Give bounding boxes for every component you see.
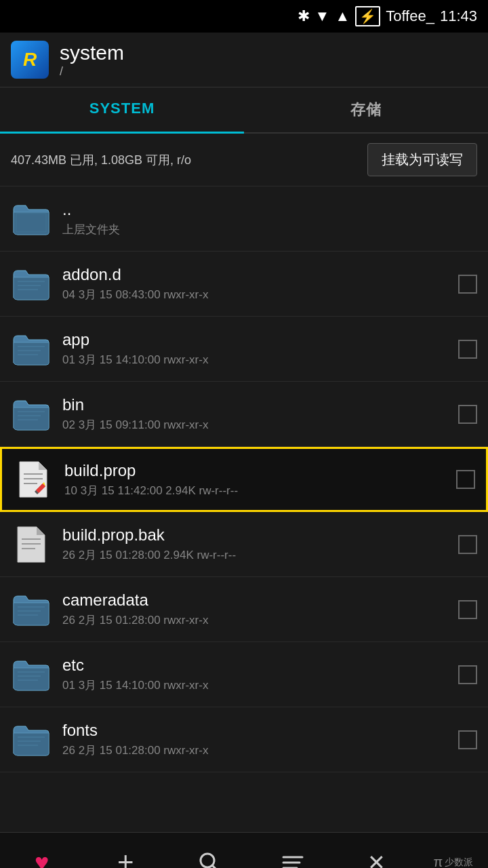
file-meta: 10 3月 15 11:42:00 2.94K rw-r--r-- (64, 483, 445, 498)
watermark: π 少数派 (433, 854, 473, 868)
list-item[interactable]: fonts 26 2月 15 01:28:00 rwxr-xr-x (0, 707, 488, 772)
file-checkbox[interactable] (458, 535, 477, 554)
file-checkbox[interactable] (458, 405, 477, 424)
file-info: build.prop.bak 26 2月 15 01:28:00 2.94K r… (62, 526, 447, 563)
file-checkbox[interactable] (458, 600, 477, 619)
file-info: .. 上层文件夹 (62, 200, 477, 237)
list-item-build-prop[interactable]: build.prop 10 3月 15 11:42:00 2.94K rw-r-… (0, 447, 488, 512)
status-carrier: Toffee_ (386, 7, 434, 25)
file-checkbox[interactable] (458, 665, 477, 684)
file-info: app 01 3月 15 14:10:00 rwxr-xr-x (62, 330, 447, 368)
svg-line-1 (212, 865, 220, 869)
file-name: .. (62, 200, 477, 219)
status-icons: ✱ ▼ ▲ ⚡ Toffee_ 11:43 (298, 6, 477, 26)
folder-icon (11, 719, 52, 760)
file-meta: 04 3月 15 08:43:00 rwxr-xr-x (62, 287, 447, 302)
file-name: etc (62, 656, 447, 675)
wifi-icon: ▼ (315, 7, 330, 25)
file-name: build.prop.bak (62, 526, 447, 545)
status-bar: ✱ ▼ ▲ ⚡ Toffee_ 11:43 (0, 0, 488, 33)
nav-favorites[interactable]: ♥ (15, 835, 69, 869)
file-icon (11, 524, 52, 565)
tab-system[interactable]: SYSTEM (0, 87, 244, 132)
file-checkbox[interactable] (456, 470, 475, 489)
file-info: bin 02 3月 15 09:11:00 rwxr-xr-x (62, 395, 447, 433)
folder-icon (11, 589, 52, 630)
file-meta: 01 3月 15 14:10:00 rwxr-xr-x (62, 352, 447, 368)
storage-info-text: 407.43MB 已用, 1.08GB 可用, r/o (11, 152, 191, 168)
list-item[interactable]: bin 02 3月 15 09:11:00 rwxr-xr-x (0, 382, 488, 447)
bluetooth-icon: ✱ (298, 7, 310, 25)
nav-menu[interactable] (266, 835, 320, 869)
nav-add[interactable]: + (98, 835, 152, 869)
file-info: addon.d 04 3月 15 08:43:00 rwxr-xr-x (62, 265, 447, 302)
tab-bar: SYSTEM 存储 (0, 87, 488, 134)
folder-icon (11, 329, 52, 370)
file-info: cameradata 26 2月 15 01:28:00 rwxr-xr-x (62, 591, 447, 628)
list-item[interactable]: .. 上层文件夹 (0, 186, 488, 252)
app-icon: R (11, 41, 49, 79)
folder-icon (11, 199, 52, 239)
header-text: system / (60, 41, 124, 79)
status-time: 11:43 (440, 7, 477, 25)
file-info: fonts 26 2月 15 01:28:00 rwxr-xr-x (62, 721, 447, 758)
file-checkbox[interactable] (458, 340, 477, 359)
storage-bar: 407.43MB 已用, 1.08GB 可用, r/o 挂载为可读写 (0, 134, 488, 186)
nav-search[interactable] (182, 835, 237, 869)
file-name: cameradata (62, 591, 447, 610)
file-checkbox[interactable] (458, 730, 477, 749)
file-name: bin (62, 395, 447, 414)
list-item[interactable]: cameradata 26 2月 15 01:28:00 rwxr-xr-x (0, 577, 488, 642)
mount-button[interactable]: 挂载为可读写 (367, 143, 477, 176)
file-info: etc 01 3月 15 14:10:00 rwxr-xr-x (62, 656, 447, 693)
file-checkbox[interactable] (458, 275, 477, 294)
header-title: system (60, 41, 124, 64)
nav-close[interactable]: ✕ (350, 835, 404, 869)
bottom-nav: ♥ + ✕ π 少数派 (0, 832, 488, 868)
folder-icon (11, 394, 52, 435)
list-item[interactable]: addon.d 04 3月 15 08:43:00 rwxr-xr-x (0, 252, 488, 317)
file-name: app (62, 330, 447, 349)
tab-storage[interactable]: 存储 (244, 87, 488, 132)
file-meta: 01 3月 15 14:10:00 rwxr-xr-x (62, 677, 447, 693)
header-subtitle: / (60, 64, 124, 79)
file-meta: 26 2月 15 01:28:00 2.94K rw-r--r-- (62, 547, 447, 563)
list-item[interactable]: etc 01 3月 15 14:10:00 rwxr-xr-x (0, 642, 488, 707)
file-edit-icon (13, 459, 54, 500)
file-meta: 02 3月 15 09:11:00 rwxr-xr-x (62, 417, 447, 433)
file-name: build.prop (64, 461, 445, 480)
file-name: fonts (62, 721, 447, 740)
file-list: .. 上层文件夹 addon.d 04 3月 15 08:43:00 rwxr-… (0, 186, 488, 832)
list-item[interactable]: app 01 3月 15 14:10:00 rwxr-xr-x (0, 317, 488, 382)
file-meta: 26 2月 15 01:28:00 rwxr-xr-x (62, 743, 447, 758)
file-info: build.prop 10 3月 15 11:42:00 2.94K rw-r-… (64, 461, 445, 498)
app-header: R system / (0, 33, 488, 87)
folder-icon (11, 264, 52, 304)
file-meta: 26 2月 15 01:28:00 rwxr-xr-x (62, 612, 447, 628)
signal-icon: ▲ (335, 7, 350, 25)
file-subtitle: 上层文件夹 (62, 222, 477, 237)
battery-icon: ⚡ (355, 6, 380, 26)
list-item[interactable]: build.prop.bak 26 2月 15 01:28:00 2.94K r… (0, 512, 488, 577)
file-name: addon.d (62, 265, 447, 284)
folder-icon (11, 654, 52, 695)
